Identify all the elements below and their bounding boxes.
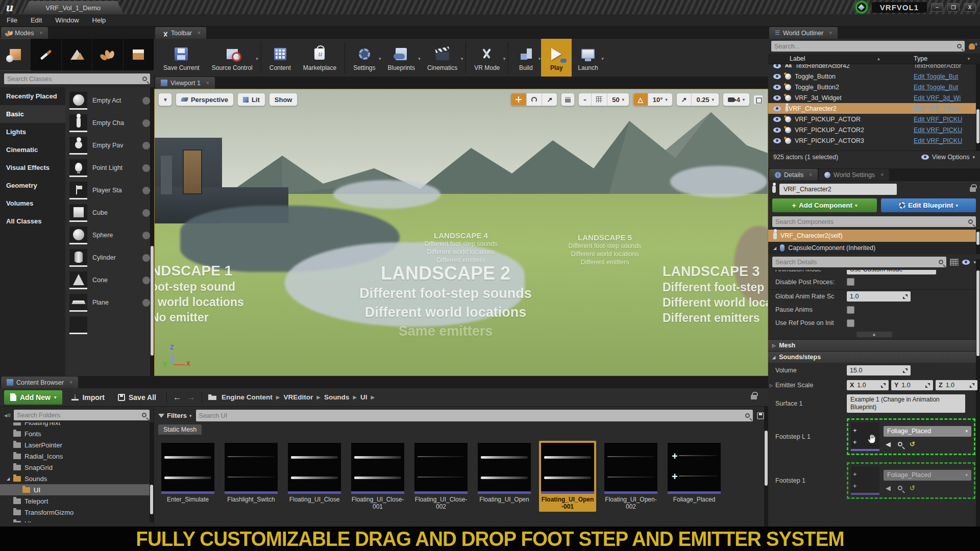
rotation-snap-value[interactable]: 10°▾	[648, 93, 672, 106]
lit-mode-button[interactable]: Lit	[237, 93, 265, 106]
actor-type-link[interactable]: Edit VRF_PICKU	[914, 127, 962, 134]
asset-tile[interactable]: Floating_UI_Open-002	[602, 441, 659, 512]
folder-row[interactable]: UI	[0, 484, 154, 495]
lock-icon[interactable]	[970, 187, 976, 192]
actor-type-link[interactable]: Edit VRF_PICKU	[914, 116, 962, 123]
actor-type-link[interactable]: Edit Toggle_But	[914, 84, 958, 91]
save-all-button[interactable]: Save All	[114, 393, 160, 402]
mode-category-cinematic[interactable]: Cinematic	[0, 141, 65, 159]
menu-item-window[interactable]: Window	[48, 16, 85, 24]
filter-chip-static-mesh[interactable]: Static Mesh	[158, 424, 202, 436]
rotate-tool-button[interactable]	[527, 93, 542, 106]
collapse-section-button[interactable]: ▲	[856, 332, 892, 337]
grid-snap-button[interactable]	[592, 93, 607, 106]
placeable-item[interactable]: Point Light	[65, 157, 154, 179]
placeable-item[interactable]: Cube	[65, 202, 154, 224]
asset-tile[interactable]: Floating_UI_Close	[286, 441, 343, 512]
outliner-search-input[interactable]	[774, 43, 957, 50]
add-component-button[interactable]: +Add Component▾	[772, 198, 877, 212]
expand-arrow-icon[interactable]: ◢	[7, 477, 10, 481]
mode-tool-geometry-mode[interactable]	[124, 39, 154, 70]
drag-handle-icon[interactable]	[903, 368, 908, 373]
maximize-button[interactable]: ❐	[947, 3, 960, 12]
outliner-row[interactable]: AaTextRenderActor42TextRenderActor	[768, 64, 980, 71]
browse-asset-icon[interactable]	[898, 486, 902, 490]
outliner-column-header[interactable]: Label ▲ Type ▼	[768, 54, 980, 64]
actor-type-link[interactable]: Edit VRF_PICKU	[914, 137, 962, 144]
expand-arrow-icon[interactable]: ◢	[773, 246, 776, 251]
search-assets-box[interactable]	[196, 410, 753, 421]
actor-name-field[interactable]	[779, 184, 897, 195]
asset-select-dropdown[interactable]: Foliage_Placed▾	[884, 426, 971, 437]
components-scrollbar[interactable]	[976, 230, 980, 254]
visibility-eye-icon[interactable]	[773, 128, 781, 133]
display-filter-eye-icon[interactable]	[962, 260, 970, 265]
viewport-3d-scene[interactable]: NDSCAPE 1oot-step soundt world locations…	[154, 89, 768, 376]
actor-type-link[interactable]: Edit VRF_Chare	[914, 105, 960, 112]
outliner-row[interactable]: VRF_3d_WidgetEdit VRF_3d_Wi	[768, 92, 980, 103]
search-components-box[interactable]	[772, 216, 976, 227]
surface-snap-button[interactable]: ⌁	[579, 93, 592, 106]
grid-snap-value[interactable]: 50▾	[607, 93, 628, 106]
tab-world-settings[interactable]: World Settings×	[819, 169, 889, 181]
outliner-row[interactable]: VRF_PICKUP_ACTOR2Edit VRF_PICKU	[768, 124, 980, 135]
camera-speed-button[interactable]: 4▾	[723, 93, 749, 106]
use-selected-asset-icon[interactable]: ◀	[886, 484, 891, 492]
asset-tile[interactable]: Floating_UI_Close-002	[412, 441, 470, 512]
tab-modes[interactable]: Modes×	[1, 27, 48, 39]
edit-blueprint-button[interactable]: Edit Blueprint▾	[881, 198, 976, 212]
property-checkbox[interactable]	[847, 278, 854, 286]
folder-row[interactable]: UI	[0, 518, 154, 522]
settings-button[interactable]: Settings▾	[347, 39, 381, 77]
search-classes-box[interactable]	[4, 73, 150, 84]
label-column-header[interactable]: Label	[790, 55, 805, 62]
world-local-toggle[interactable]	[561, 93, 575, 106]
modes-scrollbar[interactable]	[150, 87, 154, 376]
outliner-row[interactable]: Toggle_ButtonEdit Toggle_But	[768, 71, 980, 82]
surface-value-box[interactable]: Example 1 (Change in Animation Blueprint…	[847, 394, 965, 413]
outliner-scrollbar[interactable]	[976, 64, 980, 151]
asset-tile[interactable]: ++Foliage_Placed	[666, 441, 723, 512]
scale-snap-value[interactable]: 0.25▾	[692, 93, 718, 106]
outliner-row[interactable]: Toggle_Button2Edit Toggle_But	[768, 82, 980, 92]
content-button[interactable]: Content	[263, 39, 297, 77]
folder-row[interactable]: Teleport	[0, 495, 154, 507]
breadcrumb-ui[interactable]: UI	[360, 393, 368, 401]
breadcrumb-sounds[interactable]: Sounds	[324, 393, 350, 401]
document-tab[interactable]: VRF_Vol_1_Demo	[22, 1, 124, 14]
property-matrix-icon[interactable]	[950, 259, 959, 266]
mode-category-visual-effects[interactable]: Visual Effects	[0, 159, 65, 177]
tab-details[interactable]: i Details×	[769, 169, 818, 181]
show-button[interactable]: Show	[269, 93, 298, 106]
placeable-item[interactable]: Empty Pav	[65, 134, 154, 157]
emitter-y-field[interactable]: Y1.0	[891, 380, 933, 390]
placeable-item[interactable]: Empty Act	[65, 89, 154, 112]
asset-tile[interactable]: Floating_UI_Close-001	[349, 441, 406, 512]
drag-handle-icon[interactable]	[903, 294, 908, 299]
menu-item-edit[interactable]: Edit	[24, 16, 48, 24]
add-actor-icon[interactable]	[968, 43, 977, 50]
launch-button[interactable]: Launch▾	[572, 39, 604, 77]
type-column-header[interactable]: Type	[914, 55, 927, 62]
visibility-eye-icon[interactable]	[773, 117, 781, 122]
maximize-viewport-button[interactable]	[753, 95, 763, 105]
viewport-options-button[interactable]: ▼	[158, 93, 172, 106]
build-button[interactable]: Build▾	[510, 39, 541, 77]
mode-category-all-classes[interactable]: All Classes	[0, 212, 65, 230]
tab-content-browser[interactable]: Content Browser×	[1, 377, 78, 388]
actor-type-link[interactable]: Edit Toggle_But	[914, 73, 958, 80]
outliner-row[interactable]: VRF_Charecter2Edit VRF_Chare	[768, 103, 980, 114]
folder-row[interactable]: Radial_Icons	[0, 450, 154, 462]
placeable-item[interactable]: Plane	[65, 291, 154, 314]
mode-tool-paint-mode[interactable]	[31, 39, 61, 70]
visibility-eye-icon[interactable]	[773, 95, 781, 101]
cinematics-button[interactable]: Cinematics▾	[421, 39, 463, 77]
property-checkbox[interactable]	[847, 319, 854, 327]
type-filter-icon[interactable]: ▼	[967, 57, 971, 61]
scale-snap-button[interactable]: ↗	[677, 93, 692, 106]
tab-world-outliner[interactable]: ☰ World Outliner×	[769, 27, 838, 39]
placeable-item[interactable]: Player Sta	[65, 179, 154, 202]
folder-row[interactable]: FloatingText	[0, 422, 154, 428]
visibility-eye-icon[interactable]	[773, 85, 781, 90]
search-details-box[interactable]	[772, 257, 946, 267]
